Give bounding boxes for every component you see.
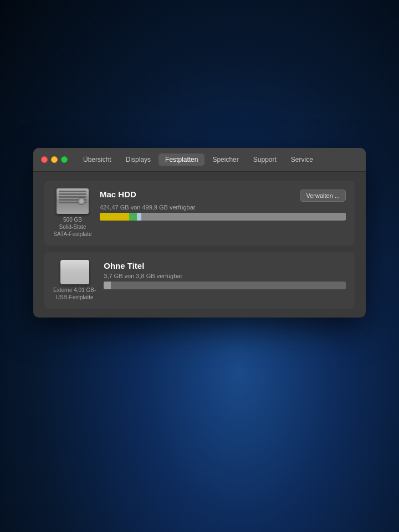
disk-icon-area-ohne-titel: Externe 4,01 GB-USB-Festplatte <box>53 260 96 301</box>
progress-bar-ohne-titel <box>104 282 346 289</box>
progress-segment-3 <box>141 213 346 221</box>
disk-icon-area-mac-hdd: 500 GBSolid-StateSATA-Festplate <box>53 188 92 238</box>
system-info-window: ÜbersichtDisplaysFestplattenSpeicherSupp… <box>33 148 366 318</box>
close-button[interactable] <box>41 156 48 163</box>
hdd-drive-icon <box>57 188 89 214</box>
usb-drive-icon <box>60 260 89 284</box>
disk-name-ohne-titel: Ohne Titel <box>104 261 144 270</box>
titlebar: ÜbersichtDisplaysFestplattenSpeicherSupp… <box>33 148 366 172</box>
progress-fill-mac-hdd <box>100 213 346 221</box>
tab-bar: ÜbersichtDisplaysFestplattenSpeicherSupp… <box>76 154 358 166</box>
maximize-button[interactable] <box>61 156 68 163</box>
progress-segment-0 <box>104 282 111 289</box>
disk-header-mac-hdd: 500 GBSolid-StateSATA-FestplateMac HDDVe… <box>53 188 346 238</box>
progress-segment-1 <box>129 213 136 221</box>
progress-segment-1 <box>111 282 346 289</box>
tab-festplatten[interactable]: Festplatten <box>158 154 204 166</box>
tab-displays[interactable]: Displays <box>119 154 157 166</box>
tab-speicher[interactable]: Speicher <box>206 154 245 166</box>
progress-segment-0 <box>100 213 129 221</box>
disk-type-label-ohne-titel: Externe 4,01 GB-USB-Festplatte <box>53 287 96 301</box>
disk-type-label-mac-hdd: 500 GBSolid-StateSATA-Festplate <box>53 216 91 238</box>
content-area: 500 GBSolid-StateSATA-FestplateMac HDDVe… <box>33 172 366 318</box>
tab-service[interactable]: Service <box>284 154 320 166</box>
tab-support[interactable]: Support <box>247 154 283 166</box>
disk-info-ohne-titel: Ohne Titel3,7 GB von 3,8 GB verfügbar <box>104 260 346 289</box>
tab-ubersicht[interactable]: Übersicht <box>76 154 118 166</box>
disk-item-ohne-titel: Externe 4,01 GB-USB-FestplatteOhne Titel… <box>44 252 355 309</box>
disk-space-ohne-titel: 3,7 GB von 3,8 GB verfügbar <box>104 273 346 279</box>
progress-bar-mac-hdd <box>100 213 346 221</box>
disk-info-mac-hdd: Mac HDDVerwalten ...424,47 GB von 499,9 … <box>100 188 346 221</box>
disk-space-mac-hdd: 424,47 GB von 499,9 GB verfügbar <box>100 204 346 211</box>
progress-fill-ohne-titel <box>104 282 346 289</box>
disk-name-mac-hdd: Mac HDD <box>100 190 136 199</box>
disk-item-mac-hdd: 500 GBSolid-StateSATA-FestplateMac HDDVe… <box>44 181 355 245</box>
manage-button-mac-hdd[interactable]: Verwalten ... <box>300 190 346 202</box>
disk-header-ohne-titel: Externe 4,01 GB-USB-FestplatteOhne Titel… <box>53 260 346 301</box>
minimize-button[interactable] <box>51 156 58 163</box>
traffic-lights <box>41 156 68 163</box>
progress-segment-2 <box>137 213 142 221</box>
